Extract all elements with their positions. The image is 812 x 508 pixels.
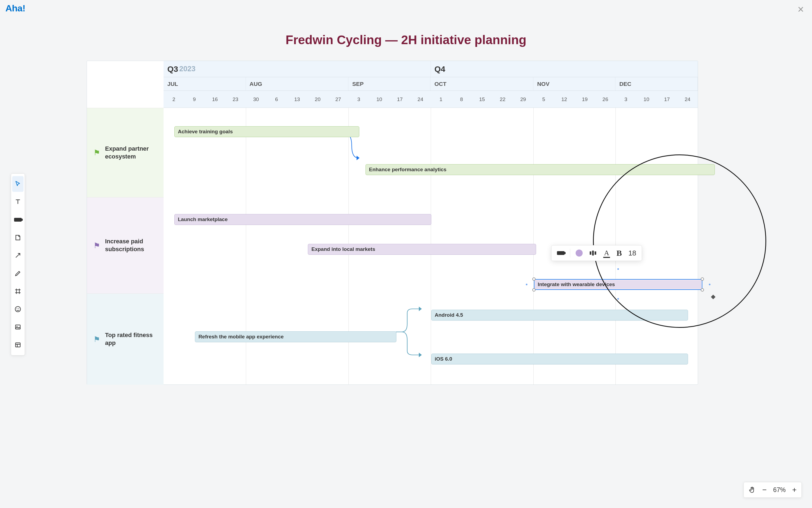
close-button[interactable]: ×	[798, 4, 804, 15]
lane-labels-column: ⚑ Expand partner ecosystem ⚑ Increase pa…	[87, 61, 163, 384]
template-tool[interactable]	[12, 337, 23, 353]
week-cell: 10	[636, 91, 657, 108]
timeline-area: Q32023Q4 JULAUGSEPOCTNOVDEC 291623306132…	[163, 61, 698, 384]
month-cell: NOV	[533, 77, 616, 90]
month-cell: SEP	[348, 77, 431, 90]
svg-rect-7	[592, 251, 594, 255]
header: Aha!	[0, 0, 812, 16]
week-cell: 27	[328, 91, 348, 108]
quarter-cell: Q32023	[163, 61, 431, 77]
week-cell: 12	[554, 91, 575, 108]
text-color-picker[interactable]: A	[602, 248, 611, 258]
svg-rect-8	[594, 251, 596, 255]
month-cell: AUG	[246, 77, 348, 90]
pill-icon	[14, 218, 22, 222]
quarter-cell: Q4	[431, 61, 698, 77]
timeline-bar[interactable]: Integrate with wearable devices	[534, 279, 702, 290]
lane-top-rated[interactable]: ⚑ Top rated fitness app	[87, 293, 163, 385]
lane-increase-paid[interactable]: ⚑ Increase paid subscriptions	[87, 197, 163, 293]
timeline-board[interactable]: ⚑ Expand partner ecosystem ⚑ Increase pa…	[87, 61, 698, 385]
week-cell: 1	[431, 91, 451, 108]
pan-tool[interactable]	[749, 486, 756, 493]
pill-icon	[557, 251, 565, 255]
flag-icon: ⚑	[93, 241, 100, 250]
timeline-bar[interactable]: Achieve training goals	[174, 126, 359, 137]
zoom-level[interactable]: 67%	[773, 486, 786, 494]
timeline-bar[interactable]: Launch marketplace	[174, 214, 431, 225]
shape-style-picker[interactable]	[556, 250, 566, 256]
timeline-header: Q32023Q4 JULAUGSEPOCTNOVDEC 291623306132…	[163, 61, 698, 108]
timeline-bar[interactable]: iOS 6.0	[431, 353, 688, 365]
week-cell: 3	[348, 91, 369, 108]
month-cell: OCT	[430, 77, 533, 90]
timeline-bar[interactable]: Expand into local markets	[308, 244, 536, 255]
alignment-dot	[709, 284, 711, 285]
week-cell: 23	[225, 91, 246, 108]
svg-point-2	[18, 308, 19, 309]
arrow-tool[interactable]	[12, 248, 23, 263]
selection-handle[interactable]	[532, 278, 535, 281]
timeline-bar[interactable]: Android 4.5	[431, 310, 688, 321]
week-cell: 29	[513, 91, 533, 108]
format-toolbar: A B 18	[551, 245, 642, 261]
flag-icon: ⚑	[93, 335, 100, 344]
svg-rect-3	[15, 325, 20, 329]
lane-expand-partner[interactable]: ⚑ Expand partner ecosystem	[87, 108, 163, 197]
timeline-bar[interactable]: Refresh the mobile app experience	[195, 331, 396, 342]
sticky-note-tool[interactable]	[12, 230, 23, 246]
align-picker[interactable]	[588, 249, 598, 257]
month-cell: DEC	[615, 77, 698, 90]
week-cell: 30	[246, 91, 267, 108]
color-swatch-icon	[576, 250, 583, 257]
lane-label: Top rated fitness app	[105, 331, 154, 347]
week-cell: 6	[266, 91, 287, 108]
selection-handle[interactable]	[701, 288, 704, 292]
frame-tool[interactable]	[12, 283, 23, 299]
week-cell: 9	[184, 91, 205, 108]
week-cell: 10	[369, 91, 390, 108]
week-cell: 24	[410, 91, 431, 108]
text-tool[interactable]	[12, 194, 23, 210]
lane-label: Expand partner ecosystem	[105, 145, 154, 160]
emoji-tool[interactable]	[12, 301, 23, 317]
fill-color-picker[interactable]	[575, 248, 584, 258]
week-cell: 15	[472, 91, 492, 108]
shape-tool[interactable]	[12, 212, 23, 227]
whiteboard-canvas[interactable]: Fredwin Cycling — 2H initiative planning…	[84, 27, 728, 475]
zoom-out-button[interactable]: −	[762, 485, 766, 494]
lane-label: Increase paid subscriptions	[105, 238, 154, 253]
week-cell: 5	[533, 91, 554, 108]
alignment-dot	[617, 268, 619, 270]
week-cell: 13	[287, 91, 307, 108]
week-cell: 20	[307, 91, 328, 108]
font-size-input[interactable]: 18	[627, 248, 637, 258]
svg-rect-6	[590, 251, 591, 255]
week-cell: 16	[205, 91, 225, 108]
week-cell: 2	[163, 91, 184, 108]
pen-tool[interactable]	[12, 265, 23, 281]
selection-handle[interactable]	[532, 288, 535, 292]
week-cell: 22	[492, 91, 513, 108]
timeline-bar[interactable]: Enhance performance analytics	[366, 164, 715, 175]
svg-point-0	[15, 306, 20, 312]
flag-icon: ⚑	[93, 148, 100, 157]
svg-point-1	[16, 308, 17, 309]
selection-handle[interactable]	[701, 278, 704, 281]
svg-rect-5	[15, 343, 20, 347]
image-tool[interactable]	[12, 319, 23, 335]
alignment-dot	[617, 298, 619, 300]
week-cell: 17	[657, 91, 677, 108]
bold-toggle[interactable]: B	[615, 247, 623, 259]
week-cell: 26	[595, 91, 616, 108]
week-cell: 8	[451, 91, 472, 108]
zoom-in-button[interactable]: +	[792, 485, 797, 494]
month-cell: JUL	[163, 77, 246, 90]
connector-diamond[interactable]	[711, 295, 716, 299]
select-tool[interactable]	[12, 176, 23, 192]
page-title[interactable]: Fredwin Cycling — 2H initiative planning	[84, 33, 728, 47]
week-cell: 17	[390, 91, 410, 108]
alignment-dot	[526, 284, 527, 285]
week-cell: 3	[616, 91, 636, 108]
week-cell: 24	[677, 91, 698, 108]
logo[interactable]: Aha!	[5, 3, 26, 13]
